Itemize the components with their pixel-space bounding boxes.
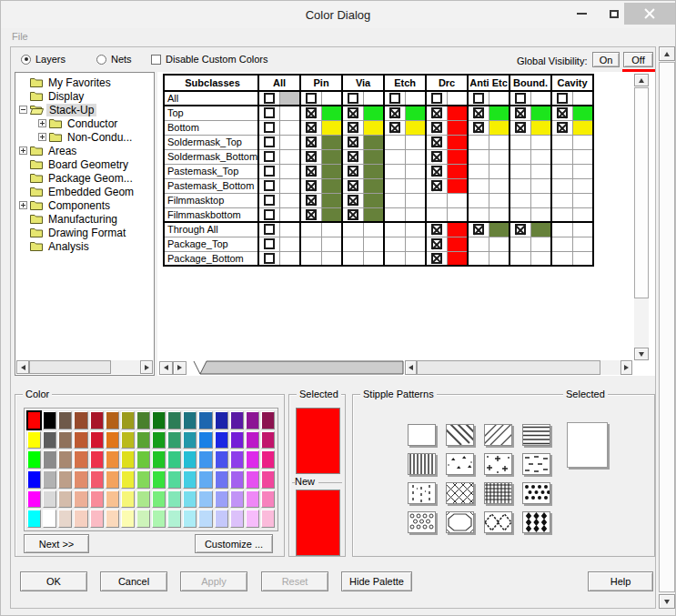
color-swatch-cell[interactable] (363, 207, 384, 222)
palette-color[interactable] (198, 411, 212, 429)
visibility-cell[interactable] (342, 120, 363, 135)
visibility-cell[interactable] (384, 222, 405, 237)
palette-color[interactable] (136, 510, 150, 528)
visibility-checkbox[interactable] (306, 195, 317, 206)
visibility-cell[interactable] (342, 164, 363, 178)
palette-color[interactable] (152, 450, 166, 469)
tree-expander[interactable] (19, 187, 27, 196)
color-swatch-cell[interactable] (530, 91, 551, 106)
visibility-cell[interactable] (300, 251, 321, 266)
palette-color[interactable] (246, 490, 259, 509)
visibility-checkbox[interactable] (348, 151, 358, 162)
table-scrollbar-h-thumb[interactable] (417, 360, 600, 375)
visibility-checkbox[interactable] (264, 93, 275, 104)
palette-color[interactable] (58, 490, 72, 509)
pattern-polka-dots-button[interactable] (522, 482, 550, 504)
color-swatch-cell[interactable] (447, 222, 468, 237)
color-swatch-cell[interactable] (572, 91, 593, 106)
color-swatch-cell[interactable] (363, 251, 384, 266)
visibility-cell[interactable] (384, 149, 405, 164)
visibility-cell[interactable] (384, 207, 405, 222)
palette-color[interactable] (183, 411, 197, 429)
color-swatch-cell[interactable] (363, 106, 384, 120)
visibility-cell[interactable] (426, 237, 447, 251)
visibility-cell[interactable] (342, 251, 363, 266)
visibility-cell[interactable] (426, 222, 447, 237)
pattern-horizontal-lines-button[interactable] (522, 424, 550, 446)
palette-color[interactable] (121, 470, 135, 489)
visibility-cell[interactable] (258, 193, 279, 207)
color-swatch-cell[interactable] (447, 237, 468, 251)
color-swatch-cell[interactable] (405, 106, 426, 120)
apply-button[interactable]: Apply (180, 571, 247, 591)
tree-item[interactable]: Areas (16, 144, 153, 157)
palette-color[interactable] (43, 431, 56, 449)
palette-color[interactable] (58, 411, 72, 429)
pattern-diagonal-forward-button[interactable] (484, 424, 512, 446)
palette-color[interactable] (136, 470, 150, 489)
visibility-checkbox[interactable] (431, 122, 442, 133)
visibility-cell[interactable] (258, 106, 279, 120)
color-swatch-cell[interactable] (530, 106, 551, 120)
visibility-checkbox[interactable] (264, 136, 275, 147)
visibility-checkbox[interactable] (515, 93, 526, 104)
color-swatch-cell[interactable] (321, 237, 342, 251)
color-swatch-cell[interactable] (363, 135, 384, 149)
color-swatch-cell[interactable] (530, 222, 551, 237)
visibility-checkbox[interactable] (306, 93, 317, 104)
color-swatch-cell[interactable] (405, 164, 426, 178)
visibility-cell[interactable] (510, 91, 530, 106)
tree-item[interactable]: Package Geom... (16, 171, 153, 185)
visibility-cell[interactable] (426, 193, 447, 207)
tree-expander[interactable] (19, 106, 27, 114)
visibility-cell[interactable] (300, 91, 321, 106)
visibility-cell[interactable] (551, 251, 572, 266)
color-swatch-cell[interactable] (279, 193, 300, 207)
visibility-checkbox[interactable] (431, 253, 442, 264)
color-swatch-cell[interactable] (447, 91, 468, 106)
palette-color[interactable] (121, 411, 135, 429)
visibility-cell[interactable] (468, 178, 489, 193)
palette-color[interactable] (43, 450, 56, 469)
table-scroll-up-button[interactable] (634, 74, 649, 86)
visibility-cell[interactable] (551, 91, 572, 106)
visibility-checkbox[interactable] (264, 224, 275, 235)
color-swatch-cell[interactable] (321, 135, 342, 149)
color-swatch-cell[interactable] (447, 135, 468, 149)
tree-expander[interactable] (19, 228, 27, 237)
visibility-checkbox[interactable] (431, 238, 442, 249)
visibility-checkbox[interactable] (348, 122, 358, 133)
minimize-button[interactable] (568, 3, 595, 25)
visibility-cell[interactable] (384, 120, 405, 135)
tree-item[interactable]: Analysis (16, 239, 153, 253)
palette-color[interactable] (152, 510, 166, 528)
tree-scroll-left-button[interactable] (16, 360, 29, 374)
palette-color[interactable] (261, 411, 275, 429)
palette-color[interactable] (136, 490, 150, 509)
visibility-checkbox[interactable] (431, 180, 442, 191)
pattern-grid-button[interactable] (484, 482, 512, 504)
color-swatch-cell[interactable] (572, 207, 593, 222)
visibility-checkbox[interactable] (431, 224, 442, 235)
color-swatch-cell[interactable] (363, 120, 384, 135)
color-swatch-cell[interactable] (405, 237, 426, 251)
visibility-cell[interactable] (510, 207, 530, 222)
visibility-checkbox[interactable] (264, 122, 275, 133)
palette-color[interactable] (152, 490, 166, 509)
color-swatch-cell[interactable] (279, 120, 300, 135)
palette-color[interactable] (198, 510, 212, 528)
color-swatch-cell[interactable] (572, 193, 593, 207)
visibility-cell[interactable] (258, 91, 279, 106)
palette-color[interactable] (106, 470, 119, 489)
palette-color[interactable] (215, 450, 228, 469)
visibility-cell[interactable] (426, 91, 447, 106)
visibility-cell[interactable] (342, 91, 363, 106)
palette-color[interactable] (106, 411, 119, 429)
visibility-checkbox[interactable] (515, 107, 526, 118)
palette-color[interactable] (58, 470, 72, 489)
titlebar[interactable]: Color Dialog (1, 1, 675, 28)
table-scrollbar-thumb[interactable] (634, 87, 649, 298)
table-v-scrollbar[interactable] (634, 74, 649, 360)
color-swatch-cell[interactable] (405, 135, 426, 149)
palette-color[interactable] (246, 450, 259, 469)
